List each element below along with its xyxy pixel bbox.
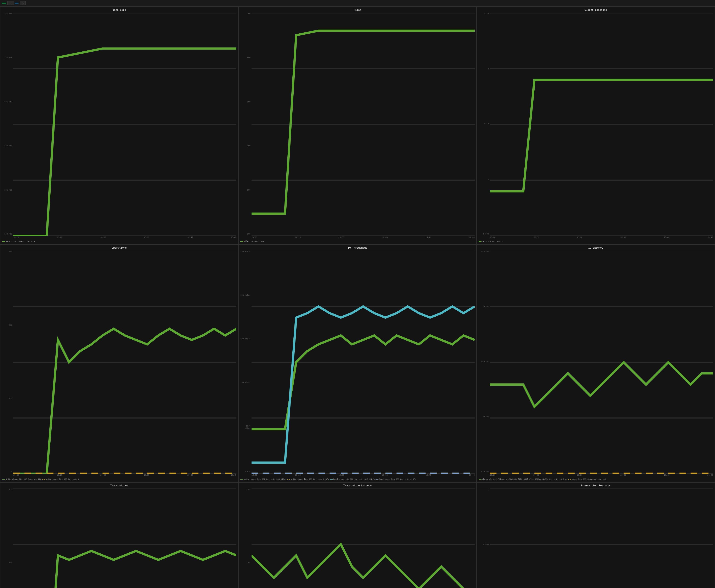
chart-area-transaction-latency: 8 ms7 ms6 ms5 ms18:2018:2518:3018:3518:4… xyxy=(240,488,475,588)
x-axis-label: 18:25 xyxy=(295,474,301,477)
dashboard-grid: Data Size381 MiB334 MiB286 MiB238 MiB191… xyxy=(0,7,715,588)
y-axis-label: 0.500 xyxy=(479,544,489,546)
panel-files: Files70060050040030020018:2018:2518:3018… xyxy=(238,7,477,245)
chart-line-0 xyxy=(13,329,236,474)
chart-area-files: 70060050040030020018:2018:2518:3018:3518… xyxy=(240,13,475,239)
legend-data-size: Data Size Current: 375 MiB xyxy=(2,240,236,243)
x-axis-label: 18:30 xyxy=(339,236,344,239)
y-axis-label: 1.50 xyxy=(479,123,489,125)
y-axis-label: 0 xyxy=(2,471,13,473)
x-axis-label: 18:40 xyxy=(425,474,431,477)
panel-io-latency: IO Latency22.5 ms20 ms17.5 ms15 ms12.5 m… xyxy=(477,245,715,482)
x-axis-io-latency: 18:2018:2518:3018:3518:4018:45 xyxy=(490,474,713,477)
prometheus-dropdown[interactable]: ▾ xyxy=(7,1,14,5)
y-axis-label: 0.500 xyxy=(479,233,489,235)
x-axis-label: 18:25 xyxy=(57,474,62,477)
panel-title-files: Files xyxy=(240,9,475,12)
y-axis-label: 15 ms xyxy=(479,416,489,418)
panel-title-data-size: Data Size xyxy=(2,9,236,12)
panel-title-client-sessions: Client Sessions xyxy=(479,9,713,12)
y-axis-client-sessions: 2.5021.5010.500 xyxy=(479,13,489,235)
chart-area-data-size: 381 MiB334 MiB286 MiB238 MiB191 MiB143 M… xyxy=(2,13,236,239)
x-axis-label: 18:40 xyxy=(187,474,193,477)
y-axis-transaction-restarts: 10.5000-0.50-1 xyxy=(479,488,489,588)
y-axis-label: 286 MiB xyxy=(2,101,13,103)
y-axis-label: 97.7 KiB/s xyxy=(240,425,251,429)
x-axis-label: 18:35 xyxy=(144,236,149,239)
legend-color-indicator xyxy=(2,241,5,242)
legend-item: Write chaos-k8s-003 Current: 0 B/s xyxy=(287,478,329,480)
legend-item: Read chaos-k8s-003 Current: 0 B/s xyxy=(376,478,416,480)
juicefs-dropdown[interactable]: ▾ xyxy=(20,1,26,5)
y-axis-label: 8 ms xyxy=(240,488,251,490)
y-axis-label: 488 KiB/s xyxy=(240,251,251,253)
y-axis-label: 191 MiB xyxy=(2,189,13,191)
chart-line-0 xyxy=(252,544,475,588)
x-axis-data-size: 18:2018:2518:3018:3518:4018:45 xyxy=(13,236,236,239)
header: ▾ ▾ xyxy=(0,0,715,7)
y-axis-label: 143 MiB xyxy=(2,233,13,235)
x-axis-io-throughput: 18:2018:2518:3018:3518:4018:45 xyxy=(252,474,475,477)
chart-svg-io-latency xyxy=(490,251,713,474)
y-axis-operations: 3002001000 xyxy=(2,251,13,473)
legend-label: Files Current: 607 xyxy=(244,240,264,243)
chart-area-transaction-restarts: 10.5000-0.50-118:2018:2518:3018:3518:401… xyxy=(479,488,713,588)
x-axis-label: 18:35 xyxy=(382,474,387,477)
chart-area-operations: 300200100018:2018:2518:3018:3518:4018:45 xyxy=(2,251,236,477)
x-axis-label: 18:35 xyxy=(620,474,626,477)
legend-color-indicator xyxy=(479,479,482,480)
y-axis-label: 2.50 xyxy=(479,13,489,15)
legend-label: Sessions Current: 2 xyxy=(482,240,504,243)
legend-label: Read chaos-k8s-003 Current: 0 B/s xyxy=(379,478,416,480)
y-axis-label: 100 xyxy=(2,562,13,564)
y-axis-label: 200 xyxy=(2,324,13,326)
panel-title-io-latency: IO Latency xyxy=(479,247,713,249)
legend-item: Files Current: 607 xyxy=(240,240,264,243)
chart-line-0 xyxy=(13,551,236,588)
svg-wrapper-client-sessions xyxy=(490,13,713,236)
x-axis-label: 18:20 xyxy=(252,236,257,239)
legend-label: Write chaos-k8s-003 Current: 0 xyxy=(46,478,79,480)
legend-io-latency: chaos-k8s-002:/jfs/pvc-c06d589b-f7b8-461… xyxy=(479,478,713,480)
y-axis-label: 1 xyxy=(479,488,489,490)
x-axis-label: 18:30 xyxy=(100,474,106,477)
y-axis-label: 0 B/s xyxy=(240,471,251,473)
chart-area-transactions: 15010050018:2018:2518:3018:3518:4018:45 xyxy=(2,488,236,588)
y-axis-label: 600 xyxy=(240,57,251,59)
y-axis-label: 20 ms xyxy=(479,306,489,308)
legend-label: chaos-k8s-002:/jfs/pvc-c06d589b-f7b8-461… xyxy=(482,478,567,480)
svg-wrapper-io-latency xyxy=(490,251,713,474)
legend-color-indicator xyxy=(376,479,378,480)
panel-title-transaction-latency: Transcation Latency xyxy=(240,484,475,487)
x-axis-label: 18:25 xyxy=(533,236,539,239)
y-axis-label: 200 xyxy=(240,233,251,235)
legend-item: Write chaos-k8s-002 Current: 289 KiB/s xyxy=(240,478,287,480)
y-axis-label: 381 MiB xyxy=(2,13,13,15)
chevron-down-icon2: ▾ xyxy=(22,2,24,5)
chevron-down-icon: ▾ xyxy=(10,2,12,5)
x-axis-label: 18:20 xyxy=(490,236,496,239)
y-axis-transaction-latency: 8 ms7 ms6 ms5 ms xyxy=(240,488,251,588)
chart-svg-files xyxy=(252,13,475,236)
y-axis-label: 334 MiB xyxy=(2,57,13,59)
y-axis-label: 293 KiB/s xyxy=(240,338,251,340)
x-axis-label: 18:35 xyxy=(620,236,626,239)
x-axis-label: 18:45 xyxy=(707,474,713,477)
legend-item: Read chaos-k8s-002 Current: 412 KiB/s xyxy=(330,478,375,480)
legend-color-indicator xyxy=(287,479,290,480)
legend-client-sessions: Sessions Current: 2 xyxy=(479,240,713,243)
chart-area-io-latency: 22.5 ms20 ms17.5 ms15 ms12.5 ms18:2018:2… xyxy=(479,251,713,477)
panel-title-io-throughput: IO Throughput xyxy=(240,247,475,249)
source-button[interactable] xyxy=(2,3,6,4)
y-axis-label: 7 ms xyxy=(240,562,251,564)
legend-color-indicator xyxy=(479,241,482,242)
legend-label: Data Size Current: 375 MiB xyxy=(6,240,35,243)
chart-line-2 xyxy=(252,307,475,463)
panel-transaction-restarts: Transaction Restarts10.5000-0.50-118:201… xyxy=(477,482,715,588)
panel-transactions: Transcations15010050018:2018:2518:3018:3… xyxy=(0,482,238,588)
x-axis-label: 18:20 xyxy=(13,236,19,239)
y-axis-io-latency: 22.5 ms20 ms17.5 ms15 ms12.5 ms xyxy=(479,251,489,473)
y-axis-label: 500 xyxy=(240,101,251,103)
legend-color-indicator xyxy=(330,479,333,480)
svg-wrapper-io-throughput xyxy=(252,251,475,474)
